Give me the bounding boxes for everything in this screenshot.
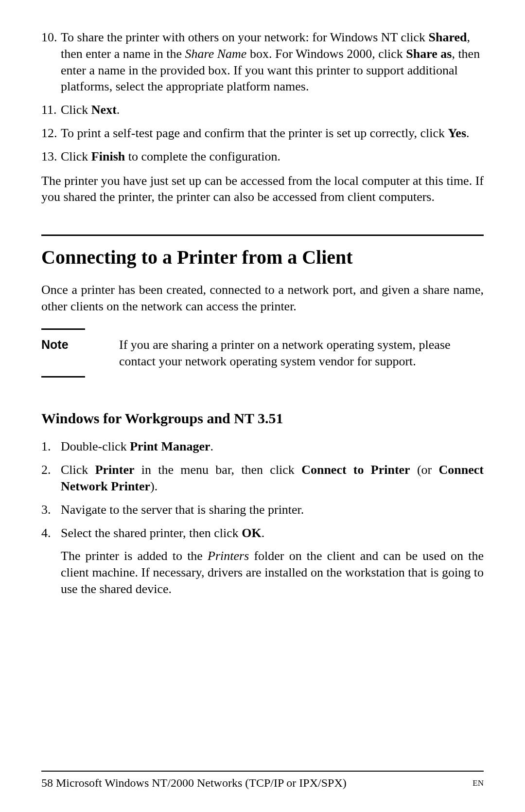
note-block: Note If you are sharing a printer on a n…: [41, 328, 484, 378]
heading-workgroups: Windows for Workgroups and NT 3.51: [41, 409, 484, 428]
footer-rule: [41, 771, 484, 772]
paragraph-access: The printer you have just set up can be …: [41, 173, 484, 206]
step-11: Click Next.: [41, 102, 484, 118]
step2-3: Navigate to the server that is sharing t…: [41, 502, 484, 518]
footer-left: 58 Microsoft Windows NT/2000 Networks (T…: [41, 776, 472, 791]
paragraph-intro: Once a printer has been created, connect…: [41, 282, 484, 315]
page-footer: 58 Microsoft Windows NT/2000 Networks (T…: [41, 771, 484, 791]
note-rule-top: [41, 328, 85, 330]
step-13: Click Finish to complete the configurati…: [41, 148, 484, 165]
step-12: To print a self-test page and confirm th…: [41, 125, 484, 142]
step-10: To share the printer with others on your…: [41, 29, 484, 95]
note-rule-bottom: [41, 376, 85, 378]
step2-1: Double-click Print Manager.: [41, 438, 484, 455]
note-label: Note: [41, 337, 119, 370]
chapter-title: Microsoft Windows NT/2000 Networks (TCP/…: [53, 776, 347, 789]
heading-connecting: Connecting to a Printer from a Client: [41, 245, 484, 270]
footer-lang: EN: [472, 776, 484, 791]
step2-2: Click Printer in the menu bar, then clic…: [41, 462, 484, 495]
page-number: 58: [41, 776, 53, 789]
numbered-steps-continued: To share the printer with others on your…: [41, 29, 484, 165]
numbered-steps-workgroups: Double-click Print Manager. Click Printe…: [41, 438, 484, 541]
note-text: If you are sharing a printer on a networ…: [119, 337, 484, 370]
paragraph-after-steps: The printer is added to the Printers fol…: [41, 548, 484, 597]
step2-4: Select the shared printer, then click OK…: [41, 525, 484, 541]
section-divider: [41, 235, 484, 236]
